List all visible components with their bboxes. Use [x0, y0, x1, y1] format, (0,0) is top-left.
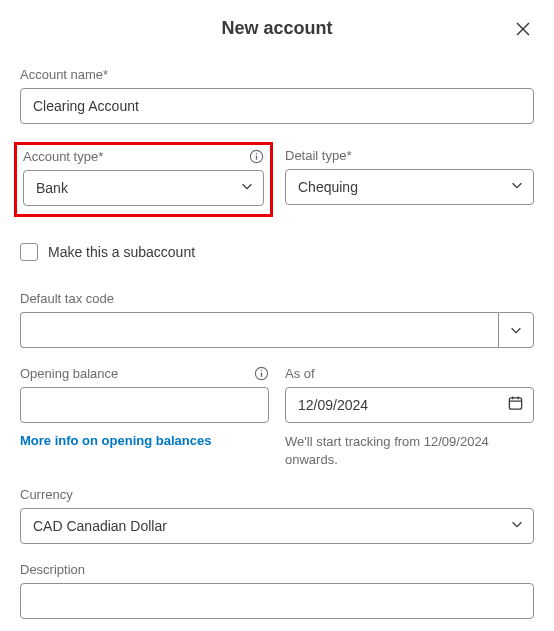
as-of-date-input[interactable]: 12/09/2024: [285, 387, 534, 423]
account-type-select[interactable]: Bank: [23, 170, 264, 206]
detail-type-label: Detail type*: [285, 148, 534, 163]
detail-type-value: Chequing: [298, 179, 358, 195]
chevron-down-icon: [509, 323, 523, 337]
account-type-value: Bank: [36, 180, 68, 196]
svg-rect-8: [509, 398, 521, 409]
account-type-highlight: Account type* Bank: [14, 142, 273, 217]
opening-balance-label: Opening balance: [20, 366, 118, 381]
subaccount-label: Make this a subaccount: [48, 244, 195, 260]
default-tax-input[interactable]: [20, 312, 498, 348]
as-of-value: 12/09/2024: [298, 397, 368, 413]
info-icon[interactable]: [249, 149, 264, 164]
default-tax-toggle[interactable]: [498, 312, 534, 348]
account-name-label: Account name*: [20, 67, 534, 82]
close-button[interactable]: [512, 18, 534, 40]
description-label: Description: [20, 562, 534, 577]
as-of-label: As of: [285, 366, 534, 381]
default-tax-label: Default tax code: [20, 291, 534, 306]
calendar-icon[interactable]: [507, 395, 524, 416]
detail-type-select[interactable]: Chequing: [285, 169, 534, 205]
currency-label: Currency: [20, 487, 534, 502]
description-input[interactable]: [20, 583, 534, 619]
svg-point-7: [261, 370, 263, 372]
subaccount-checkbox[interactable]: [20, 243, 38, 261]
currency-value: CAD Canadian Dollar: [33, 518, 167, 534]
dialog-title: New account: [221, 18, 332, 39]
info-icon[interactable]: [254, 366, 269, 381]
opening-balance-link[interactable]: More info on opening balances: [20, 433, 211, 448]
opening-balance-input[interactable]: [20, 387, 269, 423]
account-type-label: Account type*: [23, 149, 103, 164]
currency-select[interactable]: CAD Canadian Dollar: [20, 508, 534, 544]
account-name-input[interactable]: [20, 88, 534, 124]
svg-point-4: [256, 153, 258, 155]
close-icon: [515, 21, 531, 37]
as-of-helper: We'll start tracking from 12/09/2024 onw…: [285, 433, 534, 469]
